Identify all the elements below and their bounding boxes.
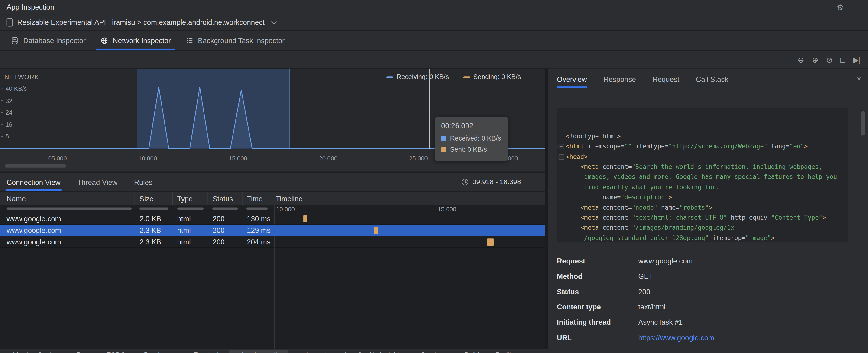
column-header-size[interactable]: Size <box>135 192 173 205</box>
toolwindow-label: Services <box>421 351 446 353</box>
toolwindow-button-logcat[interactable]: ≣Logcat <box>298 351 326 353</box>
close-panel-icon[interactable]: × <box>857 74 861 83</box>
logcat-icon: ≣ <box>298 352 303 353</box>
column-header-time[interactable]: Time <box>243 192 271 205</box>
toolwindow-button-services[interactable]: ⚙Services <box>413 351 446 353</box>
tab-call-stack[interactable]: Call Stack <box>696 69 728 90</box>
main-split: NETWORK 40 KB/s3224168 Receiving: 0 KB/s… <box>0 69 868 349</box>
tab-request[interactable]: Request <box>653 69 679 90</box>
tab-connection-view[interactable]: Connection View <box>7 173 61 191</box>
chevron-down-icon <box>271 19 277 24</box>
zoom-out-icon[interactable]: ⊖ <box>798 56 804 63</box>
cell-timeline <box>271 213 546 224</box>
table-row[interactable]: www.google.com2.3 KBhtml200204 ms <box>0 236 545 248</box>
code-line: name="description"> <box>566 193 843 203</box>
timeline-toolbar: ⊖ ⊕ ⊘ □ ▶| <box>0 51 868 68</box>
network-panel: NETWORK 40 KB/s3224168 Receiving: 0 KB/s… <box>0 69 545 349</box>
detail-field: MethodGET <box>557 269 859 284</box>
code-line: <head> <box>566 152 843 162</box>
cell-name: www.google.com <box>0 236 135 248</box>
toolwindow-label: Problems <box>144 351 172 353</box>
toolwindow-button-todo[interactable]: ☑TODO <box>98 351 126 353</box>
process-selector[interactable]: Resizable Experimental API Tiramisu > co… <box>0 14 868 31</box>
code-line: <meta content="/images/branding/googleg/… <box>566 223 843 233</box>
toolwindow-button-version-control[interactable]: ⊞Version Control <box>6 351 59 353</box>
code-scrollbar-thumb[interactable] <box>861 111 865 136</box>
legend-label: Sending: 0 KB/s <box>473 73 521 81</box>
field-value: text/html <box>638 303 859 311</box>
chart-horizontal-scrollbar[interactable] <box>5 164 66 168</box>
services-icon: ⚙ <box>413 352 418 353</box>
zoom-in-icon[interactable]: ⊕ <box>812 56 818 63</box>
problems-icon: ⚠ <box>136 352 141 353</box>
toolwindow-button-profiler[interactable]: ◔Profiler <box>489 351 517 353</box>
field-value: GET <box>638 272 859 281</box>
toolwindow-button-app-quality-insights[interactable]: ◈App Quality Insights <box>336 351 403 353</box>
field-label: Initiating thread <box>557 318 639 327</box>
column-header-type[interactable]: Type <box>173 192 208 205</box>
app-quality-insights-icon: ◈ <box>336 352 341 353</box>
cell-name: www.google.com <box>0 225 135 236</box>
legend-item: Receiving: 0 KB/s <box>386 73 449 81</box>
tab-background-task-inspector[interactable]: Background Task Inspector <box>178 31 292 50</box>
bottom-bar-items: ⊞Version Control▶Run☑TODO⚠Problems⌨Termi… <box>0 349 868 353</box>
tab-rules[interactable]: Rules <box>134 173 152 191</box>
legend-swatch <box>463 76 470 78</box>
chart-legend: Receiving: 0 KB/sSending: 0 KB/s <box>386 73 521 81</box>
field-value-link[interactable]: https://www.google.com <box>638 333 859 342</box>
cell-size: 2.3 KB <box>135 236 173 248</box>
tab-database-inspector[interactable]: Database Inspector <box>3 31 93 50</box>
toolwindow-label: Version Control <box>13 351 59 353</box>
column-header-timeline[interactable]: Timeline <box>271 192 546 205</box>
tab-overview[interactable]: Overview <box>557 69 587 90</box>
app-inspection-window: App Inspection ⚙ — Resizable Experimenta… <box>0 0 868 353</box>
settings-gear-icon[interactable]: ⚙ <box>837 3 844 11</box>
cell-timeline <box>271 225 546 236</box>
timeline-request-block <box>487 238 494 246</box>
legend-swatch <box>386 76 393 78</box>
hide-window-icon[interactable]: — <box>854 3 861 11</box>
run-icon: ▶ <box>69 352 73 353</box>
field-label: Request <box>557 257 639 265</box>
x-tick-label: 25.000 <box>409 155 428 162</box>
table-row[interactable]: www.google.com2.0 KBhtml200130 ms <box>0 213 545 225</box>
code-line: <!doctype html> <box>566 131 843 142</box>
toolwindow-button-problems[interactable]: ⚠Problems <box>136 351 172 353</box>
jump-to-live-icon[interactable]: ▶| <box>853 56 860 63</box>
selected-range: 09.918 - 18.398 <box>462 173 521 191</box>
toolwindow-label: Logcat <box>306 351 326 353</box>
cell-name: www.google.com <box>0 213 135 224</box>
version-control-icon: ⊞ <box>6 352 11 353</box>
column-header-status[interactable]: Status <box>208 192 243 205</box>
tab-thread-view[interactable]: Thread View <box>77 173 118 191</box>
timeline-request-block <box>374 227 378 234</box>
column-header-name[interactable]: Name <box>0 192 135 205</box>
window-title: App Inspection <box>7 3 54 11</box>
tab-network-inspector[interactable]: Network Inspector <box>93 31 178 50</box>
received-swatch <box>441 136 446 141</box>
cell-type: html <box>173 236 208 248</box>
field-label: Content type <box>557 303 639 311</box>
reset-zoom-icon[interactable]: ⊘ <box>826 56 832 63</box>
toolwindow-button-run[interactable]: ▶Run <box>69 351 88 353</box>
toolwindow-button-app-inspection[interactable]: ◉App Inspection <box>228 350 288 353</box>
toolwindow-label: Profiler <box>496 351 517 353</box>
toolwindow-label: Run <box>76 351 89 353</box>
toolwindow-button-terminal[interactable]: ⌨Terminal <box>182 351 219 353</box>
toolwindow-label: TODO <box>106 351 126 353</box>
field-value: www.google.com <box>638 257 859 265</box>
field-label: Method <box>557 272 639 281</box>
cell-status: 200 <box>208 236 243 248</box>
code-line: <html itemscope="" itemtype="http://sche… <box>566 142 843 152</box>
tab-response[interactable]: Response <box>603 69 636 90</box>
code-scrollbar[interactable] <box>861 111 865 239</box>
chart-tooltip: 00:26.092 Received: 0 KB/s Sent: 0 KB/s <box>435 117 507 161</box>
zoom-to-selection-icon[interactable]: □ <box>840 56 844 63</box>
table-row[interactable]: www.google.com2.3 KBhtml200129 ms <box>0 225 545 236</box>
cell-time: 129 ms <box>243 225 271 236</box>
database-icon <box>10 36 19 45</box>
response-preview-code[interactable]: <!doctype html><html itemscope="" itemty… <box>557 108 848 242</box>
detail-field: Requestwww.google.com <box>557 254 859 269</box>
tooltip-time: 00:26.092 <box>441 122 501 130</box>
toolwindow-button-build[interactable]: ⚒Build <box>456 351 479 353</box>
